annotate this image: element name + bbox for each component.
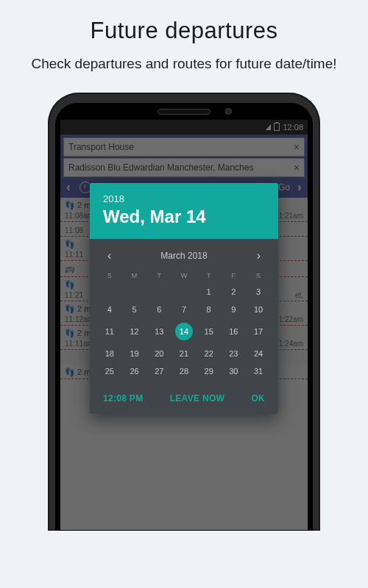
weekday-header: F — [222, 268, 247, 283]
calendar-day[interactable]: 27 — [146, 362, 171, 380]
phone-camera — [225, 108, 232, 115]
phone-inner: 12:08 Transport House × Radisson Blu Edw… — [55, 103, 313, 531]
calendar-day[interactable]: 16 — [222, 318, 247, 345]
date-picker-header: 2018 Wed, Mar 14 — [90, 183, 278, 239]
weekday-header: T — [146, 268, 171, 283]
calendar-day[interactable]: 17 — [246, 318, 271, 345]
promo-title: Future departures — [91, 18, 278, 44]
calendar-day — [122, 283, 147, 301]
calendar-day[interactable]: 10 — [246, 301, 271, 318]
calendar-day[interactable]: 22 — [197, 345, 222, 362]
calendar-day[interactable]: 11 — [97, 318, 122, 345]
calendar-day[interactable]: 1 — [197, 283, 222, 301]
calendar-day[interactable]: 25 — [97, 362, 122, 380]
calendar-day[interactable]: 8 — [197, 301, 222, 318]
date-picker-dialog: 2018 Wed, Mar 14 ‹ March 2018 › SMTWTFS … — [90, 183, 278, 414]
calendar-day — [146, 283, 171, 301]
calendar-day[interactable]: 6 — [146, 301, 171, 318]
calendar-day[interactable]: 18 — [97, 345, 122, 362]
calendar-day — [97, 283, 122, 301]
calendar-grid: SMTWTFS 12345678910111213141516171819202… — [90, 268, 278, 384]
phone-speaker — [158, 109, 210, 115]
calendar-day[interactable]: 21 — [171, 345, 197, 362]
calendar-day[interactable]: 29 — [197, 362, 222, 380]
weekday-header: M — [122, 268, 147, 283]
ok-button[interactable]: OK — [251, 393, 265, 404]
phone-screen: 12:08 Transport House × Radisson Blu Edw… — [60, 119, 308, 531]
calendar-day[interactable]: 12 — [122, 318, 147, 345]
calendar-day[interactable]: 20 — [146, 345, 171, 362]
calendar-day — [171, 283, 197, 301]
date-picker-date[interactable]: Wed, Mar 14 — [103, 207, 265, 227]
date-picker-actions: 12:08 PM LEAVE NOW OK — [90, 384, 278, 414]
calendar-day[interactable]: 9 — [222, 301, 247, 318]
calendar-day[interactable]: 31 — [246, 362, 271, 380]
calendar-day[interactable]: 23 — [222, 345, 247, 362]
calendar-day[interactable]: 3 — [246, 283, 271, 301]
calendar-day[interactable]: 15 — [197, 318, 222, 345]
promo-subtitle: Check departures and routes for future d… — [10, 54, 357, 74]
weekday-header: S — [246, 268, 271, 283]
calendar-day[interactable]: 4 — [97, 301, 122, 318]
phone-frame: 12:08 Transport House × Radisson Blu Edw… — [48, 93, 320, 531]
calendar-day[interactable]: 13 — [146, 318, 171, 345]
leave-now-button[interactable]: LEAVE NOW — [170, 393, 224, 404]
calendar-day[interactable]: 24 — [246, 345, 271, 362]
time-picker-button[interactable]: 12:08 PM — [103, 393, 143, 404]
weekday-header: T — [197, 268, 222, 283]
prev-month-button[interactable]: ‹ — [103, 248, 116, 264]
weekday-header: S — [97, 268, 122, 283]
weekday-header: W — [171, 268, 197, 283]
calendar-day[interactable]: 28 — [171, 362, 197, 380]
calendar-day[interactable]: 14 — [171, 318, 197, 345]
date-picker-month-row: ‹ March 2018 › — [90, 239, 278, 268]
date-picker-month-label: March 2018 — [160, 251, 207, 261]
calendar-day[interactable]: 5 — [122, 301, 147, 318]
date-picker-year[interactable]: 2018 — [103, 193, 265, 204]
calendar-day[interactable]: 7 — [171, 301, 197, 318]
calendar-day[interactable]: 19 — [122, 345, 147, 362]
calendar-day[interactable]: 2 — [222, 283, 247, 301]
next-month-button[interactable]: › — [252, 248, 265, 264]
calendar-day[interactable]: 30 — [222, 362, 247, 380]
calendar-day[interactable]: 26 — [122, 362, 147, 380]
